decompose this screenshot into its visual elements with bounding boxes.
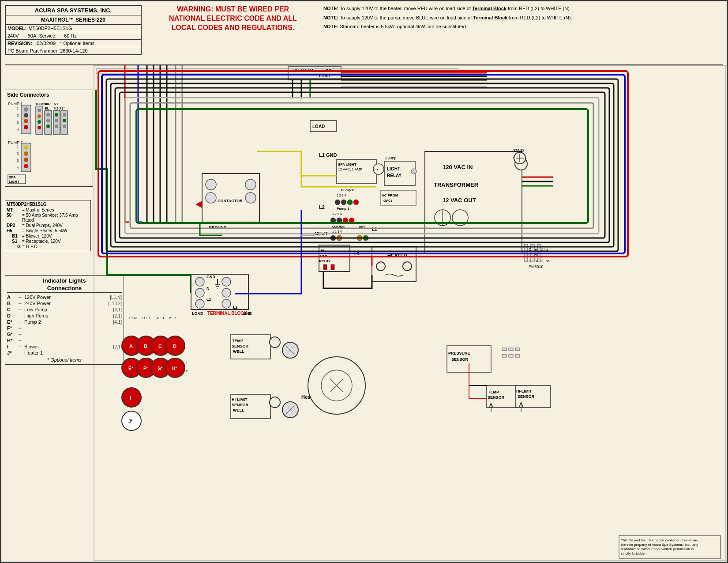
pump1-nums: 1 2 3 4	[332, 212, 342, 215]
spa-light-right-label: SPA LIGHT	[338, 162, 356, 166]
il-pin-1b: 1	[175, 316, 177, 320]
conn-b-label: B	[144, 344, 147, 349]
ac-from-gfci-box	[381, 190, 416, 206]
il-pin-2: 2	[169, 316, 171, 320]
p2r-dot4	[353, 200, 359, 205]
hi-limit-sensor-1: HI-LIMIT	[516, 389, 532, 393]
hl-conn-1	[270, 397, 280, 408]
hl-sensor-well-3: WELL	[233, 408, 244, 412]
conn-h-label: H*	[172, 366, 177, 371]
hi-limit-3: RELAY	[319, 259, 331, 263]
hi-limit-sensor-2: SENSOR	[518, 394, 535, 399]
p2r-dot3	[347, 200, 353, 205]
hl-black-wire	[323, 272, 372, 288]
rt-4	[502, 355, 507, 357]
wiring-diagram-svg: 50A G.F.C.I. LINE LOAD	[1, 1, 728, 563]
l2-terminal-label: L2	[233, 305, 238, 310]
pressure-sensor-2: SENSOR	[451, 357, 469, 362]
conn-i	[122, 388, 141, 407]
ac-from-gfci-2: GFCI	[383, 199, 392, 203]
temp-conn-1	[270, 337, 280, 348]
temp-sensor-well-2: SENSOR	[232, 344, 249, 348]
ac-from-gfci-1: AC FROM	[382, 193, 398, 197]
cont-circle-1	[206, 179, 216, 190]
tb-circle-1	[195, 277, 204, 286]
contactor-label: CONTACTOR	[218, 199, 243, 203]
spa-light-spec: 12 VAC, 1 AMP	[338, 167, 362, 171]
temp-sensor-well-1: TEMP	[232, 339, 243, 343]
vac-120-in-label: 120 VAC IN	[443, 164, 473, 170]
il-pin-l1l2: L1 L2	[142, 316, 151, 320]
light-relay-label-2: RELAY	[387, 173, 402, 178]
ozone-nums: 1 2 3 4	[332, 230, 342, 233]
l1-gnd-label: L1 GND	[319, 152, 337, 158]
tb-circle-2	[195, 288, 204, 297]
vac-12-out-label: 12 VAC OUT	[443, 197, 476, 204]
p2r-dot1	[335, 200, 340, 205]
rt-5	[509, 355, 513, 357]
spa-gnd-circle	[373, 164, 384, 174]
line-tb-label: LINE	[243, 311, 252, 316]
conn-i-label: I	[130, 395, 131, 401]
copyright-3: reproduction without prior written permi…	[621, 547, 694, 551]
il-pin-4: 4	[157, 316, 159, 320]
conn-c-label: C	[158, 344, 162, 349]
il-pin-l1n: L1 N	[129, 316, 137, 320]
gnd-terminal-label: GND	[206, 275, 216, 279]
hi-relay-terminal-1	[323, 264, 327, 270]
tb-circle-5	[222, 288, 231, 297]
connect-to-label-4: PM5010	[529, 264, 544, 269]
heater-terminal-2	[403, 262, 412, 271]
rt-3	[515, 348, 520, 351]
tb-circle-3	[195, 299, 204, 308]
tb-circle-6	[222, 299, 231, 308]
hl-to-heater-wire	[352, 257, 372, 266]
cont-circle-3	[245, 179, 256, 190]
n-terminal-label: N	[206, 286, 210, 291]
transformer-label: TRANSFORMER	[434, 181, 479, 188]
header-separator	[5, 64, 723, 65]
conn-f-label: F*	[143, 366, 148, 371]
light-relay-label-1: LIGHT	[387, 166, 400, 171]
cont-circle-2	[206, 193, 216, 203]
copyright-2: the sole property of Acura Spa Systems, …	[621, 543, 698, 547]
conn-j-label: J*	[128, 419, 133, 424]
terminal-block-label: TERMINAL BLOCK	[207, 311, 248, 316]
pump2-right-label: Pump 2	[341, 188, 354, 192]
il-pin-1a: 1	[162, 316, 165, 320]
pump1-right-label: Pump 1	[337, 207, 349, 211]
load-box-label: LOAD	[312, 124, 325, 129]
tb-circle-4	[222, 277, 231, 286]
rt-1	[502, 348, 507, 351]
cont-circle-4	[245, 193, 256, 203]
l1-terminal-label: L1	[206, 297, 211, 302]
blue-left-loop	[138, 65, 143, 222]
rt-2	[509, 348, 513, 351]
p2r-dot2	[341, 200, 346, 205]
conn-a-label: A	[129, 344, 133, 349]
spa-gnd-plus: +	[376, 168, 379, 172]
pin-2-small: 2	[186, 369, 188, 373]
relay-contact	[411, 169, 417, 174]
hi-relay-terminal-2	[331, 264, 334, 270]
temp-sensor-well-3: WELL	[233, 349, 244, 354]
temp-sensor-br-2: SENSOR	[488, 395, 505, 400]
two-amp-label: 2 Amp.	[385, 156, 398, 160]
diagram-border	[94, 65, 726, 561]
copyright-4: strictly forbidden.	[621, 552, 647, 555]
conn-g-label: G*	[158, 366, 163, 371]
contactor-arrow	[195, 201, 202, 208]
pin-1-small: 1	[186, 361, 188, 365]
hl-sensor-well-1: HI-LIMIT	[232, 397, 248, 402]
pressure-sensor-1: PRESSURE	[448, 351, 470, 355]
rt-6	[515, 355, 520, 357]
main-container: ACURA SPA SYSTEMS, INC. MAXITROL™ SERIES…	[0, 0, 728, 563]
l2-label-right: L2	[319, 204, 325, 210]
copyright-1: This file and the information contained …	[621, 538, 698, 542]
conn-e-label: E*	[128, 366, 133, 371]
pump2-nums: 1 2 3 4	[337, 194, 346, 197]
heater-terminal-1	[376, 262, 385, 271]
hl-sensor-well-2: SENSOR	[232, 403, 249, 407]
conn-d-label: D	[173, 344, 176, 349]
temp-sensor-br-1: TEMP	[488, 390, 499, 394]
